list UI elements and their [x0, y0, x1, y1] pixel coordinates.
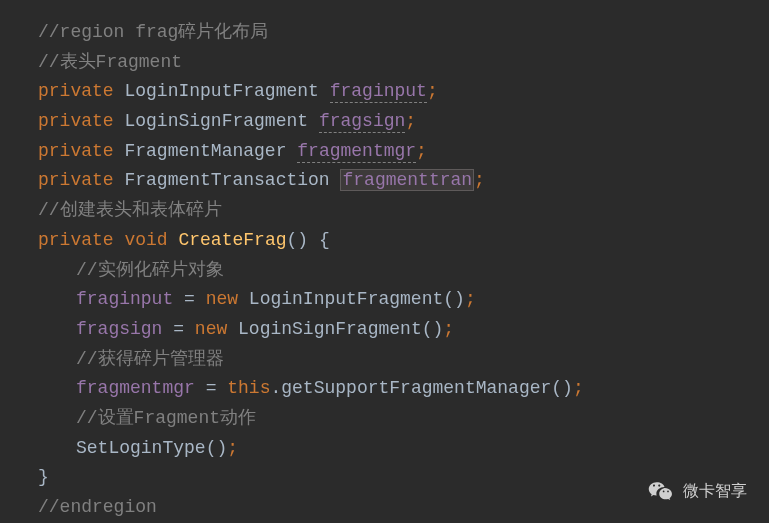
code-line: private FragmentManager fragmentmgr;: [38, 137, 769, 167]
branding-watermark: 微卡智享: [647, 477, 747, 505]
comment-instance: //实例化碎片对象: [76, 260, 224, 280]
comment-setfrag: //设置Fragment动作: [76, 408, 256, 428]
code-line: fraginput = new LoginInputFragment();: [38, 285, 769, 315]
code-line: //设置Fragment动作: [38, 404, 769, 434]
code-line: private FragmentTransaction fragmenttran…: [38, 166, 769, 196]
field-fraginput: fraginput: [330, 81, 427, 103]
code-line: //获得碎片管理器: [38, 345, 769, 375]
code-line: //region frag碎片化布局: [38, 18, 769, 48]
code-line: private void CreateFrag() {: [38, 226, 769, 256]
type-name: FragmentTransaction: [124, 170, 329, 190]
kw-private: private: [38, 230, 114, 250]
wechat-icon: [647, 477, 675, 505]
field-fragmenttran-highlighted: fragmenttran: [340, 169, 474, 191]
code-line: //实例化碎片对象: [38, 256, 769, 286]
method-getsupport: getSupportFragmentManager: [281, 378, 551, 398]
comment-header: //表头Fragment: [38, 52, 182, 72]
code-line: //表头Fragment: [38, 48, 769, 78]
code-editor-content: //region frag碎片化布局 //表头Fragment private …: [38, 18, 769, 523]
code-line: fragsign = new LoginSignFragment();: [38, 315, 769, 345]
code-line: fragmentmgr = this.getSupportFragmentMan…: [38, 374, 769, 404]
kw-new: new: [195, 319, 227, 339]
kw-new: new: [206, 289, 238, 309]
field-fragmentmgr: fragmentmgr: [297, 141, 416, 163]
kw-private: private: [38, 81, 114, 101]
kw-void: void: [124, 230, 167, 250]
field-ref: fragsign: [76, 319, 162, 339]
kw-private: private: [38, 111, 114, 131]
field-ref: fragmentmgr: [76, 378, 195, 398]
method-setlogin: SetLoginType: [76, 438, 206, 458]
comment-endregion: //endregion: [38, 497, 157, 517]
code-line: private LoginSignFragment fragsign;: [38, 107, 769, 137]
comment-create: //创建表头和表体碎片: [38, 200, 222, 220]
method-createfrag: CreateFrag: [178, 230, 286, 250]
kw-private: private: [38, 141, 114, 161]
kw-private: private: [38, 170, 114, 190]
comment-region-start: //region frag碎片化布局: [38, 22, 268, 42]
field-fragsign: fragsign: [319, 111, 405, 133]
code-line: private LoginInputFragment fraginput;: [38, 77, 769, 107]
type-name: LoginSignFragment: [124, 111, 308, 131]
type-name: LoginSignFragment: [238, 319, 422, 339]
kw-this: this: [227, 378, 270, 398]
field-ref: fraginput: [76, 289, 173, 309]
type-name: LoginInputFragment: [249, 289, 443, 309]
comment-getmgr: //获得碎片管理器: [76, 349, 224, 369]
code-line: SetLoginType();: [38, 434, 769, 464]
code-line: //创建表头和表体碎片: [38, 196, 769, 226]
branding-text: 微卡智享: [683, 478, 747, 504]
type-name: FragmentManager: [124, 141, 286, 161]
type-name: LoginInputFragment: [124, 81, 318, 101]
